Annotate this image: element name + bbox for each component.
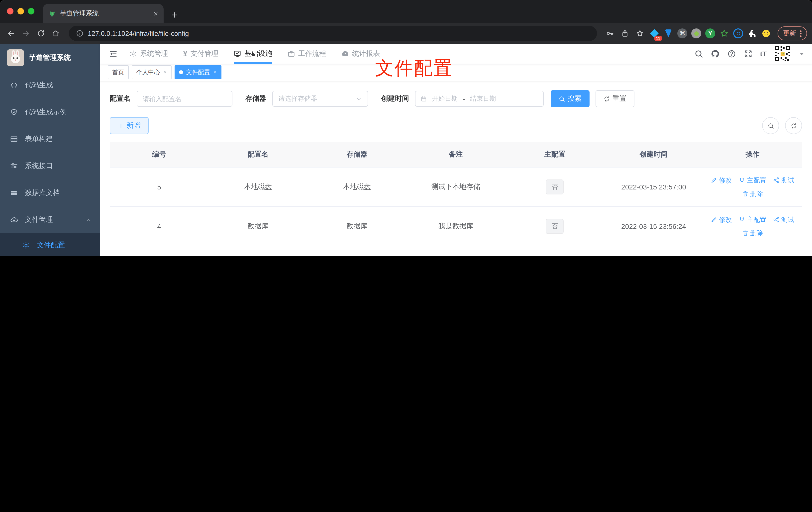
sidebar-item-file-manage[interactable]: 文件管理 [0, 206, 100, 233]
delete-link[interactable]: 删除 [742, 189, 763, 198]
sidebar-item-code-gen[interactable]: 代码生成 [0, 72, 100, 99]
briefcase-icon [287, 50, 295, 58]
user-avatar[interactable] [774, 46, 791, 62]
delete-link[interactable]: 删除 [742, 229, 763, 238]
fullscreen-icon[interactable] [744, 49, 753, 58]
magnet-icon [739, 256, 746, 256]
forward-button[interactable] [20, 27, 32, 39]
col-master: 主配置 [505, 142, 604, 167]
master-link[interactable]: 主配置 [739, 176, 766, 185]
tag-home[interactable]: 首页 [108, 65, 129, 79]
table-icon [10, 135, 18, 143]
tag-close-icon[interactable] [163, 70, 167, 74]
cloud-download-icon [10, 216, 18, 224]
col-created: 创建时间 [604, 142, 703, 167]
reset-button[interactable]: 重置 [596, 90, 634, 107]
help-icon[interactable] [727, 49, 736, 58]
nav-item-pay[interactable]: ¥ 支付管理 [176, 44, 226, 64]
calendar-icon [420, 95, 427, 102]
sidebar-item-db-doc[interactable]: 数据库文档 [0, 179, 100, 206]
edit-link[interactable]: 修改 [711, 254, 732, 256]
profile-avatar-icon[interactable] [761, 28, 772, 39]
magnet-icon [739, 177, 746, 183]
test-link[interactable]: 测试 [773, 254, 794, 256]
nav-item-system[interactable]: 系统管理 [122, 44, 176, 64]
config-name-input[interactable] [137, 91, 232, 107]
url-text: 127.0.0.1:1024/infra/file/file-config [88, 30, 189, 37]
edit-link[interactable]: 修改 [711, 215, 732, 224]
nav-item-infra[interactable]: 基础设施 [226, 44, 280, 64]
gauge-icon [341, 50, 349, 58]
browser-update-button[interactable]: 更新 [778, 26, 807, 40]
config-name-label: 配置名 [110, 94, 131, 103]
col-name: 配置名 [209, 142, 308, 167]
window-minimize-button[interactable] [18, 8, 24, 14]
search-icon[interactable] [694, 49, 703, 58]
github-icon[interactable] [711, 49, 720, 58]
extension-dot-icon[interactable] [691, 28, 702, 39]
screen: 芋道管理系统 127.0.0.1:1024/infra/file/file-co… [0, 0, 812, 256]
bookmark-star-icon[interactable] [634, 27, 646, 39]
tag-close-icon[interactable] [213, 70, 217, 74]
back-button[interactable] [5, 27, 17, 39]
sidebar-item-file-config[interactable]: 文件配置 [0, 233, 100, 256]
extension-badge: 11 [655, 36, 662, 41]
edit-link[interactable]: 修改 [711, 176, 732, 185]
extension-kite-icon[interactable] [663, 28, 674, 39]
storage-select[interactable]: 请选择存储器 [272, 91, 368, 107]
font-size-icon[interactable]: tT [760, 50, 766, 58]
tag-file-config[interactable]: 文件配置 [175, 65, 222, 79]
avatar-caret-icon[interactable] [799, 51, 805, 57]
extension-rings-icon[interactable] [733, 28, 744, 39]
date-range-picker[interactable]: 开始日期 - 结束日期 [415, 91, 544, 107]
tab-close-icon[interactable] [153, 11, 158, 16]
gear-icon [22, 241, 30, 249]
master-tag: 否 [546, 219, 564, 234]
gear-icon [129, 50, 137, 58]
window-close-button[interactable] [7, 8, 13, 14]
site-info-icon[interactable] [76, 29, 84, 37]
trash-icon [742, 190, 749, 197]
sidebar-item-system-api[interactable]: 系统接口 [0, 153, 100, 179]
filter-form: 配置名 存储器 请选择存储器 创建时间 [110, 90, 802, 107]
file-config-table: 编号 配置名 存储器 备注 主配置 创建时间 操作 5 本地磁盘 [110, 142, 802, 256]
new-tab-button[interactable] [171, 11, 179, 19]
pencil-icon [711, 216, 718, 223]
sidebar-logo-row[interactable]: 芋道管理系统 [0, 44, 100, 72]
code-icon [10, 81, 18, 89]
test-link[interactable]: 测试 [773, 176, 794, 185]
password-key-icon[interactable] [604, 27, 616, 39]
window-controls[interactable] [7, 8, 34, 14]
address-bar[interactable]: 127.0.0.1:1024/infra/file/file-config [69, 26, 597, 41]
add-button[interactable]: 新增 [110, 117, 149, 134]
home-button[interactable] [50, 27, 62, 39]
toggle-search-button[interactable] [762, 117, 779, 134]
browser-tab[interactable]: 芋道管理系统 [43, 4, 164, 23]
browser-menu-icon[interactable] [800, 30, 802, 37]
extension-command-icon[interactable]: ⌘ [677, 28, 688, 39]
main-area: 系统管理 ¥ 支付管理 基础设施 工作流程 [100, 44, 812, 256]
tag-profile[interactable]: 个人中心 [132, 65, 172, 79]
sidebar-item-code-demo[interactable]: 代码生成示例 [0, 99, 100, 126]
extension-y-icon[interactable]: Y [705, 28, 716, 39]
share-icon[interactable] [619, 27, 631, 39]
extensions-puzzle-icon[interactable] [747, 28, 758, 39]
master-link[interactable]: 主配置 [739, 215, 766, 224]
search-button[interactable]: 搜索 [551, 90, 589, 107]
sidebar-submenu-file: 文件配置 文件列表 [0, 233, 100, 256]
test-link[interactable]: 测试 [773, 215, 794, 224]
window-zoom-button[interactable] [28, 8, 34, 14]
trash-icon [742, 230, 749, 236]
reload-button[interactable] [35, 27, 47, 39]
nav-item-workflow[interactable]: 工作流程 [280, 44, 334, 64]
sliders-icon [10, 162, 18, 170]
database-table-icon [10, 189, 18, 197]
sidebar-fold-icon[interactable] [105, 49, 122, 58]
plus-icon [118, 122, 124, 129]
extension-star-icon[interactable] [719, 28, 730, 39]
chevron-down-icon [356, 95, 362, 102]
sidebar-item-form-builder[interactable]: 表单构建 [0, 126, 100, 153]
app-title: 芋道管理系统 [29, 53, 71, 62]
refresh-table-button[interactable] [785, 117, 802, 134]
extension-diamond-icon[interactable]: 11 [649, 28, 660, 39]
